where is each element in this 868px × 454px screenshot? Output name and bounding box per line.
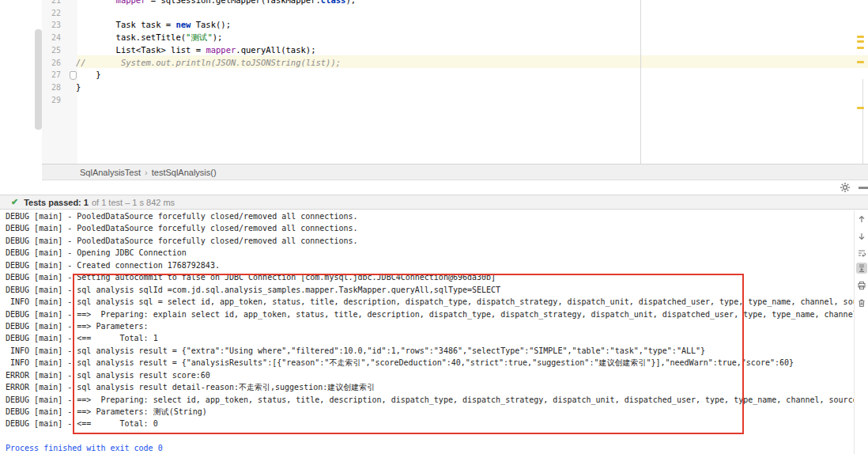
console-line: DEBUG [main] - PooledDataSource forceful… <box>0 210 854 222</box>
code-token: class <box>321 0 346 5</box>
console-line: INFO [main] - sql analysis result = {"ex… <box>0 345 854 357</box>
console-line: INFO [main] - sql analysis sql = select … <box>0 296 854 308</box>
project-panel-scrollbar[interactable] <box>35 29 42 130</box>
code-token: task.setTitle( <box>76 32 186 42</box>
down-arrow-icon[interactable] <box>856 231 867 242</box>
code-token: List<Task> list = <box>76 45 206 55</box>
console-line: INFO [main] - sql analysis result = {"an… <box>0 357 854 369</box>
code-token: Task(); <box>191 20 231 29</box>
code-token: // System.out.println(JSON.toJSONString(… <box>76 58 341 67</box>
code-token: mapper <box>116 0 146 5</box>
console-line: DEBUG [main] - Setting autocommit to fal… <box>0 271 854 283</box>
code-token: Task task = <box>76 20 175 29</box>
code-line[interactable]: List<Task> list = mapper.queryAll(task); <box>76 44 315 57</box>
code-line[interactable]: task.setTitle("测试"); <box>76 32 222 44</box>
test-passed-details: of 1 test – 1 s 842 ms <box>92 198 175 207</box>
test-passed-check-icon: ✔ <box>11 197 18 207</box>
editor-gutter[interactable]: 212223242526272829 <box>42 0 77 164</box>
code-token: mapper <box>206 45 236 55</box>
scroll-to-end-icon[interactable] <box>856 263 867 274</box>
console-line: DEBUG [main] - ==> Preparing: explain se… <box>0 308 854 320</box>
console-line: DEBUG [main] - <== Total: 1 <box>0 332 854 344</box>
warning-stripe-mark[interactable] <box>857 47 864 49</box>
console-line: DEBUG [main] - Created connection 176879… <box>0 259 854 271</box>
breadcrumb-method[interactable]: testSqlAnalysis() <box>149 168 219 177</box>
line-number: 22 <box>42 7 61 20</box>
line-number: 29 <box>42 94 61 107</box>
console-line: ERROR [main] - sql analysis result score… <box>0 369 854 381</box>
print-icon[interactable] <box>856 280 867 291</box>
breadcrumb: SqlAnalysisTest › testSqlAnalysis() <box>42 164 868 180</box>
code-editor[interactable]: 212223242526272829 mapper = sqlSession.g… <box>0 0 868 164</box>
soft-wrap-icon[interactable] <box>856 248 867 259</box>
breadcrumb-class[interactable]: SqlAnalysisTest <box>77 168 143 177</box>
line-number: 25 <box>42 44 61 57</box>
line-number: 24 <box>42 32 61 44</box>
code-line[interactable]: Task task = new Task(); <box>76 19 231 32</box>
code-token: .queryAll(task); <box>236 45 315 55</box>
warning-stripe-mark[interactable] <box>857 36 864 38</box>
console-line: DEBUG [main] - PooledDataSource forceful… <box>0 235 854 247</box>
console-toolbar <box>854 210 868 454</box>
code-line[interactable]: } <box>76 81 81 94</box>
code-token: new <box>175 20 191 29</box>
editor-scrollbar[interactable] <box>862 79 863 164</box>
console-line: DEBUG [main] - <== Total: 0 <box>0 418 854 429</box>
console-line: DEBUG [main] - Opening JDBC Connection <box>0 247 854 259</box>
warning-stripe-mark[interactable] <box>857 107 864 109</box>
console-line: ERROR [main] - sql analysis result detai… <box>0 381 854 393</box>
clear-trash-icon[interactable] <box>856 297 867 308</box>
code-line[interactable]: mapper = sqlSession.getMapper(TaskMapper… <box>76 0 356 7</box>
test-passed-label: Tests passed: 1 <box>24 198 89 207</box>
minimize-icon[interactable] <box>859 187 868 189</box>
run-console-output[interactable]: DEBUG [main] - PooledDataSource forceful… <box>0 210 854 454</box>
line-number: 27 <box>42 69 61 81</box>
console-line: DEBUG [main] - ==> Preparing: select id,… <box>0 394 854 406</box>
console-line: DEBUG [main] - ==> Parameters: 测试(String… <box>0 406 854 418</box>
up-arrow-icon[interactable] <box>856 214 867 225</box>
code-line[interactable]: // System.out.println(JSON.toJSONString(… <box>76 57 341 70</box>
line-number: 23 <box>42 19 61 32</box>
console-line: DEBUG [main] - ==> Parameters: <box>0 320 854 332</box>
breadcrumb-separator-icon: › <box>143 168 149 177</box>
code-token: ); <box>345 0 356 5</box>
code-token: ); <box>213 32 223 42</box>
code-lines: mapper = sqlSession.getMapper(TaskMapper… <box>76 0 868 164</box>
test-status-bar: ✔ Tests passed: 1 of 1 test – 1 s 842 ms <box>0 195 868 210</box>
code-token: "测试" <box>186 32 213 42</box>
console-line: DEBUG [main] - sql analysis sqlId =com.j… <box>0 284 854 296</box>
code-line[interactable]: } <box>76 69 101 81</box>
code-token: = sqlSession.getMapper(TaskMapper. <box>146 0 321 5</box>
code-token: } <box>76 70 101 79</box>
line-number: 28 <box>42 81 61 94</box>
run-panel-toolbar <box>0 180 868 195</box>
line-number: 26 <box>42 57 61 70</box>
code-token <box>76 0 116 5</box>
warning-stripe-mark[interactable] <box>857 61 864 63</box>
console-lines: DEBUG [main] - PooledDataSource forceful… <box>0 210 854 430</box>
warning-stripe-mark[interactable] <box>857 40 864 43</box>
line-number: 21 <box>42 0 61 7</box>
gear-icon[interactable] <box>840 182 851 193</box>
process-finished-line: Process finished with exit code 0 <box>0 442 854 454</box>
console-line: DEBUG [main] - PooledDataSource forceful… <box>0 222 854 234</box>
code-token: } <box>76 82 81 92</box>
